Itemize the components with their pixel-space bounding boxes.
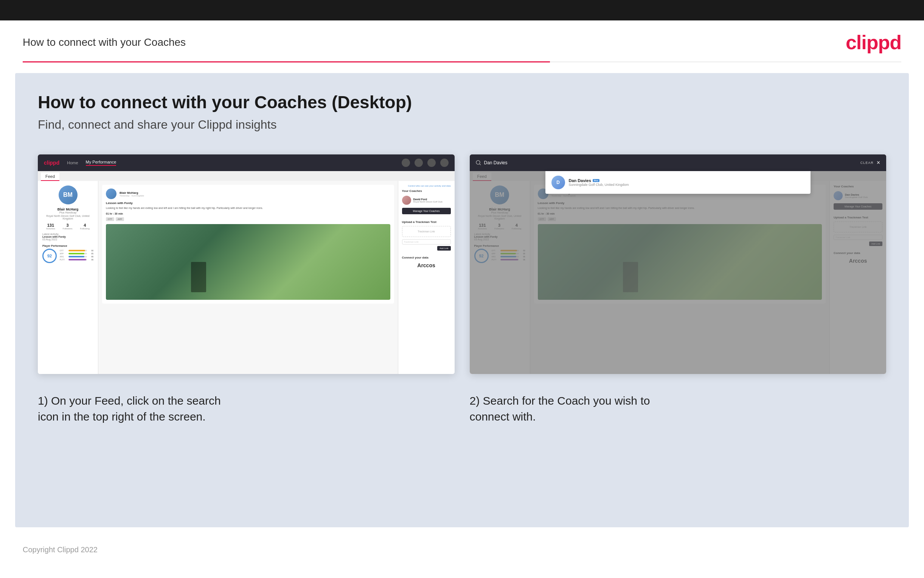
mock-coaches-panel: Control who can see your activity and da… [398,181,455,374]
post-duration: 01 hr : 30 min [106,212,390,215]
bar-ott: OTT 90 [60,250,94,252]
followers-count: 3 [63,223,73,227]
following-stat: 4 Following [80,223,90,230]
post-text: Looking to feel like my hands are exitin… [106,206,390,210]
latest-label: Latest Activity [42,233,94,235]
search-input-display[interactable]: Dan Davies [484,160,858,166]
footer: Copyright Clippd 2022 [0,538,924,562]
result-info: Dan Davies Pro Sunningdale Golf Club, Un… [569,178,629,187]
screenshot-2: clippd Home My Performance Feed BM [470,154,887,374]
mock-logo-1: clippd [44,160,59,166]
trackman-placeholder: Trackman Link [402,226,451,237]
perf-title: Player Performance [42,245,94,247]
post-author-info: Blair McHarg Yesterday · Sunningdale [120,191,144,197]
coach-avatar-1 [402,196,411,205]
profile-club: Royal North Devon Golf Club, United King… [42,214,94,220]
arccos-brand: Arccos [402,262,451,268]
main-content: How to connect with your Coaches (Deskto… [15,73,909,527]
latest-name: Lesson with Fordy [42,235,94,238]
tag-app: APP [116,217,124,221]
search-icon[interactable] [402,159,410,167]
tag-ott: OTT [106,217,114,221]
search-clear-btn[interactable]: CLEAR [861,161,874,165]
quality-score: 92 [42,249,57,263]
post-time: Yesterday · Sunningdale [120,195,144,197]
profile-avatar: BM [58,185,78,205]
coach-club-1: Royal North Devon Golf Club [413,201,443,203]
svg-point-0 [476,161,480,164]
player-performance: Player Performance 92 OTT 90 APP [42,245,94,263]
mock-nav-home: Home [67,161,78,165]
result-club: Sunningdale Golf Club, United Kingdom [569,183,629,187]
steps-row: 1) On your Feed, click on the searchicon… [38,393,886,425]
activities-stat: 131 Activities [46,223,55,230]
user-icon[interactable] [440,159,448,167]
coach-item-1: David Ford Royal North Devon Golf Club [402,196,451,205]
post-1: Blair McHarg Yesterday · Sunningdale Les… [102,185,394,304]
trackman-add-btn[interactable]: Add Link [437,246,450,250]
manage-coaches-btn[interactable]: Manage Your Coaches [402,208,451,214]
profile-handicap: Plus Handicap [42,211,94,214]
bar-putt: PUTT 96 [60,258,94,261]
activities-count: 131 [46,223,55,227]
feed-tab[interactable]: Feed [41,173,59,181]
followers-label: Followers [63,227,73,230]
mock-body-1: BM Blair McHarg Plus Handicap Royal Nort… [38,181,455,374]
settings-icon[interactable] [427,159,436,167]
search-result-item[interactable]: D Dan Davies Pro Sunningdale Golf Club, … [545,171,811,194]
control-link[interactable]: Control who can see your activity and da… [402,185,451,187]
logo: clippd [846,31,901,54]
mock-tabs: Feed [38,171,455,181]
result-name: Dan Davies Pro [569,178,629,183]
screenshots-row: clippd Home My Performance Feed [38,154,886,374]
result-badge: Pro [593,179,599,182]
profile-icon[interactable] [414,159,423,167]
trackman-title: Upload a Trackman Test [402,220,451,224]
mock-ui-2: clippd Home My Performance Feed BM [470,154,887,374]
step-1-text: 1) On your Feed, click on the searchicon… [38,393,455,425]
content-subtitle: Find, connect and share your Clippd insi… [38,118,886,132]
post-photo [106,224,390,300]
latest-activity: Latest Activity Lesson with Fordy 03 Aug… [42,233,94,241]
bar-app: APP 85 [60,252,94,255]
post-author-name: Blair McHarg [120,191,144,195]
result-avatar: D [552,175,565,189]
search-bar: Dan Davies CLEAR × [470,154,887,171]
step-2-text: 2) Search for the Coach you wish toconne… [470,393,887,425]
svg-line-1 [480,164,481,165]
coach-name-1: David Ford [413,198,443,201]
profile-name: Blair McHarg [42,208,94,211]
trackman-section: Upload a Trackman Test Trackman Link Tra… [402,220,451,245]
following-count: 4 [80,223,90,227]
coach-info-1: David Ford Royal North Devon Golf Club [413,198,443,203]
top-bar [0,0,924,20]
screenshot-1: clippd Home My Performance Feed [38,154,455,374]
mock-profile-panel: BM Blair McHarg Plus Handicap Royal Nort… [38,181,98,374]
followers-stat: 3 Followers [63,223,73,230]
mock-ui-1: clippd Home My Performance Feed [38,154,455,374]
mock-feed: Blair McHarg Yesterday · Sunningdale Les… [98,181,398,374]
post-title: Lesson with Fordy [106,201,390,205]
copyright-text: Copyright Clippd 2022 [23,546,97,554]
bar-arg: ARG 86 [60,255,94,258]
mock-nav-1: clippd Home My Performance [38,154,455,171]
trackman-input[interactable]: Trackman Link [402,239,451,245]
post-tags: OTT APP [106,217,390,221]
mock-nav-icons [402,159,448,167]
header-divider [23,61,901,62]
coaches-title: Your Coaches [402,189,451,193]
step-1: 1) On your Feed, click on the searchicon… [38,393,455,425]
post-header: Blair McHarg Yesterday · Sunningdale [106,188,390,199]
header: How to connect with your Coaches clippd [0,20,924,61]
content-title: How to connect with your Coaches (Deskto… [38,92,886,112]
search-results: D Dan Davies Pro Sunningdale Golf Club, … [545,171,811,194]
latest-date: 03 Aug 2022 [42,238,94,241]
connect-title: Connect your data [402,256,451,259]
following-label: Following [80,227,90,230]
step-2: 2) Search for the Coach you wish toconne… [470,393,887,425]
post-avatar [106,188,117,199]
profile-stats: 131 Activities 3 Followers 4 Following [42,223,94,230]
search-close-btn[interactable]: × [877,159,880,166]
page-title: How to connect with your Coaches [23,36,186,49]
search-icon-bar [476,160,481,166]
